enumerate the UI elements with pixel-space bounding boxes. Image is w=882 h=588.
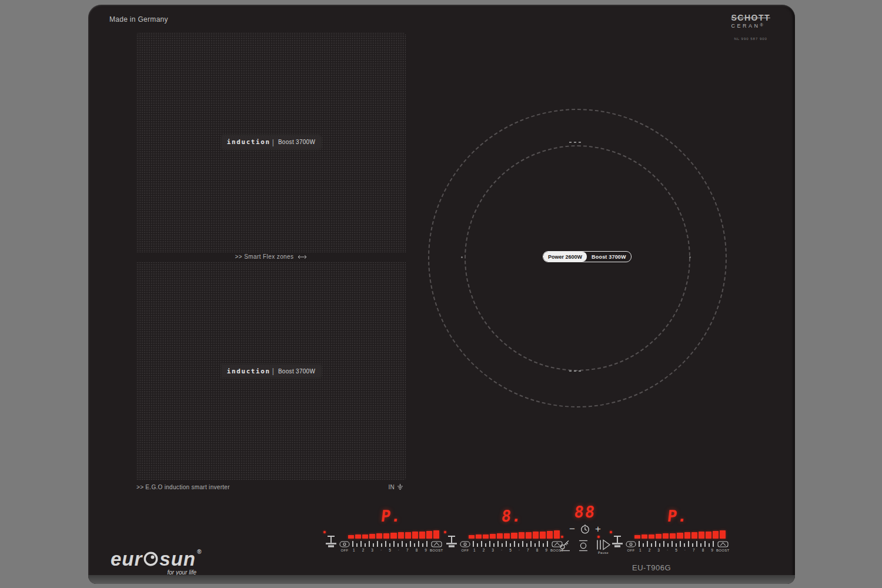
power-bar-segment — [706, 532, 711, 539]
ceran-text: CERAN® — [731, 23, 770, 29]
power-bar-segment — [469, 535, 475, 539]
boost-key-icon — [431, 541, 442, 547]
product-photo: { "header": { "made_in": "Made in German… — [0, 0, 882, 588]
active-led-dot — [444, 531, 446, 533]
boost-key[interactable]: BOOST — [716, 541, 730, 552]
tick-mark — [381, 543, 382, 547]
slider-track[interactable] — [352, 541, 428, 547]
power-bar-segment — [684, 532, 690, 539]
pause-button[interactable]: Pause — [596, 539, 611, 554]
logo-text-pre: eur — [111, 549, 142, 569]
slider-number: · — [519, 548, 520, 552]
boost-key[interactable]: BOOST — [430, 541, 443, 552]
boost-key-icon — [717, 541, 729, 547]
slider-number: 7 — [527, 548, 529, 552]
power-bar-segment — [519, 532, 524, 539]
child-lock-button[interactable] — [559, 539, 571, 554]
power-bar-segment — [656, 534, 662, 539]
boost-rating-text: Boost 3700W — [278, 139, 315, 145]
tick-mark — [385, 541, 386, 547]
zone-label-top: induction | Boost 3700W — [222, 136, 320, 149]
schott-code: NL 990 587 900 — [731, 37, 770, 41]
tick-mark — [704, 541, 706, 547]
power-level-bar[interactable] — [348, 530, 439, 539]
slider-track[interactable] — [472, 541, 549, 547]
power-level-bar[interactable] — [469, 530, 560, 539]
tick-mark — [373, 543, 374, 547]
tick-mark — [647, 541, 648, 547]
timer-display: 88 — [565, 503, 605, 521]
power-bar-segment — [547, 531, 553, 539]
slider-number: 9 — [545, 548, 547, 552]
timer-minus-button[interactable]: − — [569, 526, 575, 533]
tick-mark — [502, 543, 503, 547]
ring-dot-left — [461, 256, 463, 258]
off-key[interactable]: OFF — [626, 541, 636, 552]
smart-flex-divider: >> Smart Flex zones — [136, 252, 406, 262]
pause-icon — [596, 539, 611, 550]
slider-number: 7 — [406, 548, 409, 552]
power-bar-segment — [483, 534, 489, 539]
registered-mark: ® — [197, 549, 202, 555]
tick-mark — [692, 543, 693, 547]
slider-track[interactable] — [638, 541, 714, 547]
power-bar-segment — [533, 532, 539, 539]
power-bar-segment — [642, 534, 647, 539]
tick-mark — [684, 543, 685, 547]
pause-label: Pause — [598, 551, 609, 554]
tick-mark — [393, 541, 395, 547]
zone-label-bottom: induction | Boost 3700W — [222, 365, 320, 377]
power-bar-segment — [405, 532, 411, 539]
slider-number-labels: 123·5·789 — [353, 548, 427, 552]
ego-inverter-text: >> E.G.O induction smart inverter — [136, 484, 230, 490]
slider-number: 5 — [389, 548, 391, 552]
power-bar-segment — [426, 531, 432, 539]
tick-mark — [406, 543, 407, 547]
timer-clock-icon — [580, 524, 590, 534]
tick-mark — [352, 541, 353, 547]
off-key[interactable]: OFF — [339, 541, 350, 552]
tick-mark — [426, 541, 427, 547]
tick-mark — [709, 543, 710, 547]
tick-mark — [410, 541, 411, 547]
power-bar-segment — [649, 534, 654, 539]
slider-number: 2 — [649, 548, 651, 552]
power-bar-segment — [699, 532, 704, 539]
power-level-display: P. — [380, 507, 402, 525]
stop-go-button[interactable] — [577, 539, 589, 554]
power-bar-segment — [419, 532, 425, 539]
flex-bridge-icon — [298, 255, 307, 259]
power-bar-segment — [677, 533, 683, 539]
power-bar-segment — [720, 530, 726, 539]
off-key[interactable]: OFF — [460, 541, 470, 552]
power-slider: OFF 123·5·789 BOOST — [626, 541, 726, 552]
timer-adjust-row: − + — [559, 524, 612, 534]
tick-mark — [356, 543, 358, 547]
zone-indicator — [325, 534, 339, 550]
power-level-display: P. — [666, 507, 689, 525]
power-bar-segment — [383, 533, 389, 539]
eurosun-wordmark: eur sun ® — [111, 549, 199, 569]
slider-number: 5 — [675, 548, 677, 552]
model-number: EU-T906G — [632, 563, 671, 572]
timer-plus-button[interactable]: + — [595, 526, 601, 533]
pot-icon — [611, 534, 624, 549]
slider-number-labels: 123·5·789 — [473, 548, 547, 552]
timer-controls: 88 − + — [559, 503, 612, 554]
tick-mark — [418, 541, 419, 547]
slider-number: 9 — [711, 548, 713, 552]
tick-mark — [547, 541, 548, 547]
power-slider: OFF 123·5·789 BOOST — [339, 541, 439, 552]
off-label: OFF — [341, 549, 349, 552]
power-bar-segment — [497, 533, 503, 539]
power-level-bar[interactable] — [634, 530, 726, 539]
tick-mark — [477, 543, 478, 547]
power-bar-segment — [362, 534, 368, 539]
active-led-dot — [561, 536, 563, 538]
tick-mark — [473, 541, 474, 547]
function-keys-row: Pause — [559, 539, 612, 554]
tick-mark — [663, 541, 664, 547]
tick-mark — [481, 541, 482, 547]
label-divider: | — [272, 367, 274, 375]
cooktop-glass: Made in Germany SCHOTT CERAN® NL 990 587… — [88, 5, 795, 584]
